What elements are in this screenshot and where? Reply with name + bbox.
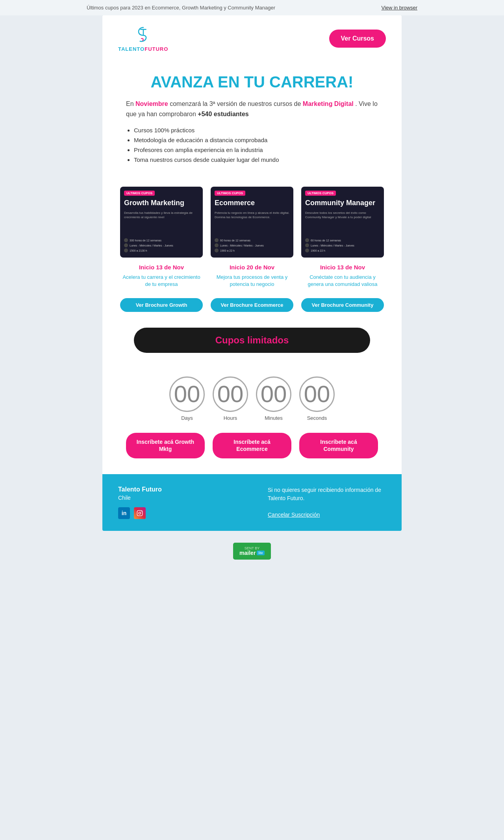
course-meta-item: 1900 a 22 h [305, 248, 380, 252]
calendar-icon [215, 243, 219, 247]
course-meta-ecommerce: 60 horas de 12 semanas Lunes - Miércoles… [215, 238, 289, 254]
top-bar-message: Últimos cupos para 2023 en Ecommerce, Gr… [87, 5, 275, 11]
course-start-community: Inicio 13 de Nov [301, 264, 384, 271]
course-meta-item: Lunes - Miércoles / Martes - Jueves [215, 243, 289, 247]
email-footer: Talento Futuro Chile in Si no quieres se… [102, 474, 402, 531]
logo-area: TALENTOFUTURO [118, 25, 168, 52]
course-meta-item: Lunes - Miércoles / Martes - Jueves [305, 243, 380, 247]
course-card-growth: ULTIMOS CUPOS Growth Marketing Desarroll… [120, 187, 203, 312]
hero-subtitle: En Noviembre comenzará la 3ª versión de … [126, 99, 378, 119]
bullet-item: Cursos 100% prácticos [134, 127, 378, 134]
course-badge-ecommerce: ULTIMOS CUPOS [215, 191, 245, 196]
logo-talento: TALENTO [118, 46, 145, 52]
clock-icon [215, 248, 219, 252]
inscribe-ecommerce-button[interactable]: Inscríbete acá Ecommerce [213, 433, 291, 458]
inscribe-growth-button[interactable]: Inscríbete acá Growth Mktg [126, 433, 205, 458]
course-title-ecommerce: Ecommerce [215, 199, 289, 208]
hero-title: AVANZA EN TU CARRERA! [126, 73, 378, 91]
course-start-growth: Inicio 13 de Nov [120, 264, 203, 271]
ver-brochure-ecommerce-button[interactable]: Ver Brochure Ecommerce [211, 298, 293, 312]
course-start-ecommerce: Inicio 20 de Nov [211, 264, 293, 271]
footer-country: Chile [118, 495, 162, 501]
mailerlite-button[interactable]: SENT BY mailer lite [233, 543, 271, 560]
cupos-title: Cupos limitados [215, 335, 289, 345]
bullet-item: Metodología de educación a distancia com… [134, 137, 378, 143]
course-desc-ecommerce: Potencia tu negocio en línea y alcanza e… [215, 211, 289, 219]
footer-brand: Talento Futuro [118, 486, 162, 493]
calendar-icon [124, 243, 128, 247]
hero-marketing-digital: Marketing Digital [303, 100, 354, 107]
hero-estudiantes: +540 estudiantes [198, 111, 248, 117]
course-title-growth: Growth Marketing [124, 199, 199, 208]
countdown-hours-value: 00 [213, 376, 248, 412]
view-in-browser-link[interactable]: View in browser [381, 5, 417, 11]
countdown-seconds-value: 00 [299, 376, 335, 412]
mailerlite-brand: mailer [239, 550, 256, 556]
bullet-item: Toma nuestros cursos desde cualquier lug… [134, 156, 378, 163]
clock-icon [124, 248, 128, 252]
hero-noviembre: Noviembre [135, 100, 168, 107]
footer-right: Si no quieres seguir recibiendo informac… [268, 486, 386, 519]
footer-left: Talento Futuro Chile in [118, 486, 162, 519]
ver-cursos-button[interactable]: Ver Cursos [329, 30, 386, 48]
countdown-days-label: Days [169, 415, 205, 421]
course-badge-community: ULTIMOS CUPOS [305, 191, 336, 196]
course-meta-item: Lunes - Miércoles / Martes - Jueves [124, 243, 199, 247]
courses-grid: ULTIMOS CUPOS Growth Marketing Desarroll… [102, 183, 402, 324]
logo-futuro: FUTURO [145, 46, 168, 52]
mailerlite-lite: lite [257, 551, 265, 555]
inscribe-section: Inscríbete acá Growth Mktg Inscríbete ac… [102, 429, 402, 474]
bullet-list: Cursos 100% prácticos Metodología de edu… [126, 127, 378, 163]
logo-text: TALENTOFUTURO [118, 46, 168, 52]
person-icon [305, 238, 309, 242]
hero-middle: comenzará la 3ª versión de nuestros curs… [170, 100, 303, 107]
countdown-minutes: 00 Minutes [256, 376, 291, 421]
person-icon [215, 238, 219, 242]
course-meta-item: 60 horas de 12 semanas [215, 238, 289, 242]
footer-social: in [118, 507, 162, 519]
course-meta-item: 1500 a 2130 h [124, 248, 199, 252]
email-header: TALENTOFUTURO Ver Cursos [102, 15, 402, 61]
instagram-icon[interactable] [134, 507, 146, 519]
hero-prefix: En [126, 100, 135, 107]
course-meta-community: 60 horas de 12 semanas Lunes - Miércoles… [305, 238, 380, 254]
email-wrapper: Últimos cupos para 2023 en Ecommerce, Gr… [0, 0, 504, 571]
email-container: TALENTOFUTURO Ver Cursos AVANZA EN TU CA… [102, 15, 402, 531]
course-meta-item: 1900 a 22 h [215, 248, 289, 252]
course-image-ecommerce: ULTIMOS CUPOS Ecommerce Potencia tu nego… [211, 187, 293, 258]
countdown-days-value: 00 [169, 376, 205, 412]
person-icon [124, 238, 128, 242]
instagram-svg [137, 510, 143, 516]
logo-icon [133, 25, 153, 45]
course-desc-community: Descubre todos los secretos del éxito co… [305, 211, 380, 219]
countdown-minutes-label: Minutes [256, 415, 291, 421]
course-meta-item: 60 horas de 12 semanas [305, 238, 380, 242]
ver-brochure-growth-button[interactable]: Ver Brochure Growth [120, 298, 203, 312]
course-title-community: Community Manager [305, 199, 380, 208]
course-card-community: ULTIMOS CUPOS Community Manager Descubre… [301, 187, 384, 312]
course-description-growth: Acelera tu carrera y el crecimiento de t… [120, 274, 203, 293]
countdown-minutes-value: 00 [256, 376, 291, 412]
svg-rect-0 [137, 510, 142, 515]
clock-icon [305, 248, 309, 252]
cupos-section: Cupos limitados [134, 328, 370, 353]
cupos-wrapper: Cupos limitados [102, 328, 402, 369]
course-desc-growth: Desarrolla tus habilidades y lleva la es… [124, 211, 199, 219]
ver-brochure-community-button[interactable]: Ver Brochure Community [301, 298, 384, 312]
course-badge-growth: ULTIMOS CUPOS [124, 191, 155, 196]
countdown-seconds-label: Seconds [299, 415, 335, 421]
bullet-item: Profesores con amplia experiencia en la … [134, 146, 378, 153]
mailerlite-badge: SENT BY mailer lite [0, 531, 504, 571]
course-meta-item: 300 horas de 12 semanas [124, 238, 199, 242]
course-meta-growth: 300 horas de 12 semanas Lunes - Miércole… [124, 238, 199, 254]
svg-point-1 [139, 512, 141, 514]
course-description-community: Conéctate con tu audiencia y genera una … [301, 274, 384, 293]
countdown-hours: 00 Hours [213, 376, 248, 421]
calendar-icon [305, 243, 309, 247]
countdown-seconds: 00 Seconds [299, 376, 335, 421]
cancelar-suscripcion-link[interactable]: Cancelar Suscripción [268, 512, 320, 518]
hero-section: AVANZA EN TU CARRERA! En Noviembre comen… [102, 61, 402, 183]
inscribe-community-button[interactable]: Inscríbete acá Community [299, 433, 378, 458]
mailerlite-content: SENT BY mailer lite [239, 547, 265, 556]
linkedin-icon[interactable]: in [118, 507, 130, 519]
